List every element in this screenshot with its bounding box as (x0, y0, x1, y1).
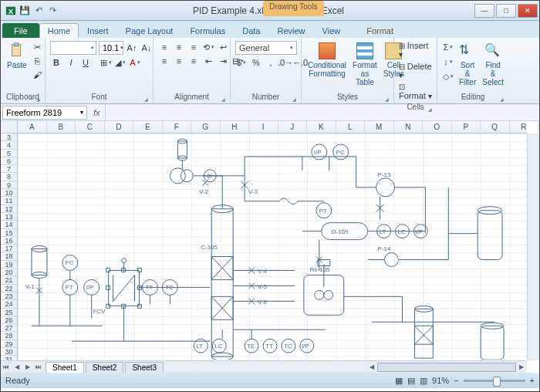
format-as-table-button[interactable]: Format as Table (351, 41, 379, 88)
sheet-tab-3[interactable]: Sheet3 (125, 362, 164, 373)
excel-icon: X (5, 5, 16, 16)
sort-filter-button[interactable]: ⇅Sort & Filter (457, 41, 478, 88)
svg-point-35 (122, 259, 127, 263)
view-page-break-icon[interactable]: ▥ (420, 376, 427, 386)
percent-icon[interactable]: % (250, 56, 262, 69)
align-right-icon[interactable]: ≡ (187, 55, 200, 67)
svg-text:I/P: I/P (415, 228, 423, 235)
svg-text:LT: LT (196, 343, 203, 350)
svg-text:LC: LC (214, 343, 222, 350)
formula-bar: Freeform 2819▾ fx (1, 104, 539, 121)
tab-nav-first[interactable]: ⏮ (1, 362, 12, 373)
underline-button[interactable]: U (79, 56, 92, 69)
tab-data[interactable]: Data (234, 23, 268, 38)
column-headers[interactable]: ABCDEFGHIJKLMNOPQR (18, 121, 527, 133)
fill-color-icon[interactable]: ◢ (114, 56, 127, 69)
paste-button[interactable]: Paste (5, 41, 29, 71)
group-label-font: Font (50, 92, 148, 102)
redo-icon[interactable]: ↷ (47, 5, 58, 16)
tab-format[interactable]: Format (358, 23, 402, 38)
increase-decimal-icon[interactable]: .0→ (279, 56, 292, 69)
tab-nav-next[interactable]: ▶ (22, 362, 33, 373)
name-box[interactable]: Freeform 2819▾ (2, 106, 87, 120)
zoom-out-button[interactable]: − (454, 376, 458, 385)
format-painter-icon[interactable]: 🖌 (32, 69, 44, 81)
hscroll-left[interactable]: ◀ (366, 362, 377, 373)
view-page-layout-icon[interactable]: ▤ (407, 376, 415, 386)
tab-formulas[interactable]: Formulas (181, 23, 234, 38)
fx-button[interactable]: fx (89, 104, 106, 120)
group-label-cells: Cells (399, 102, 432, 112)
svg-rect-118 (478, 211, 502, 260)
shrink-font-icon[interactable]: A↓ (140, 42, 153, 54)
zoom-level[interactable]: 91% (432, 376, 449, 385)
decrease-indent-icon[interactable]: ⇤ (202, 55, 214, 67)
bold-button[interactable]: B (50, 56, 62, 69)
row-headers[interactable]: 3456789101112131415161718192021222324252… (1, 133, 18, 360)
grow-font-icon[interactable]: A↑ (126, 42, 138, 54)
conditional-formatting-button[interactable]: Conditional Formatting (306, 41, 348, 79)
italic-button[interactable]: I (65, 56, 77, 69)
orientation-icon[interactable]: ⟲ (202, 41, 214, 53)
maximize-button[interactable]: □ (496, 4, 516, 18)
zoom-controls: ▦ ▤ ▥ 91% − + (395, 376, 535, 386)
align-top-icon[interactable]: ≡ (158, 41, 170, 53)
hscroll-right[interactable]: ▶ (516, 362, 527, 373)
svg-text:PT: PT (319, 208, 327, 215)
fill-icon[interactable]: ↓ (442, 56, 454, 68)
contextual-tab-label: Drawing Tools (263, 1, 324, 16)
pid-diagram[interactable]: V-1 FC FT I/P TT TC FCV O V-2 V-3 (18, 133, 527, 360)
save-icon[interactable]: 💾 (19, 5, 30, 16)
group-number: General $ % , .0→ ←.0 Number (231, 38, 302, 103)
tab-insert[interactable]: Insert (79, 23, 117, 38)
tab-nav-last[interactable]: ⏭ (33, 362, 44, 373)
sheet-tab-1[interactable]: Sheet1 (46, 362, 84, 373)
svg-text:FC: FC (66, 259, 74, 266)
align-bottom-icon[interactable]: ≡ (187, 41, 200, 53)
svg-point-108 (324, 290, 333, 299)
font-family-combo[interactable] (50, 41, 96, 55)
view-normal-icon[interactable]: ▦ (395, 376, 403, 386)
font-size-combo[interactable]: 10.1 (99, 41, 123, 55)
align-middle-icon[interactable]: ≡ (173, 41, 185, 53)
svg-point-107 (315, 290, 324, 299)
tab-file[interactable]: File (2, 23, 39, 38)
increase-indent-icon[interactable]: ⇥ (217, 55, 229, 67)
close-button[interactable]: ✕ (518, 4, 538, 18)
svg-rect-4 (32, 249, 47, 275)
tab-home[interactable]: Home (39, 23, 79, 38)
select-all-corner[interactable] (1, 121, 18, 133)
sheet-tab-2[interactable]: Sheet2 (86, 362, 124, 373)
find-select-button[interactable]: 🔍Find & Select (481, 41, 505, 88)
cut-icon[interactable]: ✂ (32, 41, 44, 53)
minimize-button[interactable]: — (474, 4, 494, 18)
wrap-text-icon[interactable]: ↩ (217, 41, 229, 53)
title-bar: X 💾 ↶ ↷ Drawing Tools PID Example 4.xlsx… (1, 1, 539, 21)
tab-nav-prev[interactable]: ◀ (12, 362, 22, 373)
clear-icon[interactable]: ◇ (442, 70, 454, 83)
number-format-combo[interactable]: General (235, 41, 297, 55)
align-left-icon[interactable]: ≡ (158, 55, 170, 67)
tab-view[interactable]: View (314, 23, 349, 38)
svg-point-45 (181, 170, 193, 182)
zoom-slider[interactable] (464, 380, 525, 382)
vertical-scrollbar[interactable] (527, 133, 539, 360)
svg-text:P-14: P-14 (378, 245, 391, 252)
svg-text:V-3: V-3 (248, 188, 258, 195)
svg-text:V-5: V-5 (258, 283, 268, 290)
comma-icon[interactable]: , (265, 56, 277, 69)
svg-rect-122 (481, 326, 504, 360)
zoom-in-button[interactable]: + (530, 376, 535, 385)
cell-grid[interactable]: V-1 FC FT I/P TT TC FCV O V-2 V-3 (18, 133, 527, 360)
svg-point-44 (170, 168, 185, 184)
border-icon[interactable]: ⊞ (100, 56, 112, 69)
tab-page-layout[interactable]: Page Layout (117, 23, 182, 38)
copy-icon[interactable]: ⎘ (32, 55, 44, 67)
undo-icon[interactable]: ↶ (33, 5, 44, 16)
align-center-icon[interactable]: ≡ (173, 55, 185, 67)
tab-review[interactable]: Review (268, 23, 313, 38)
currency-icon[interactable]: $ (235, 56, 248, 69)
autosum-icon[interactable]: Σ (442, 41, 454, 53)
font-color-icon[interactable]: A (129, 56, 141, 69)
worksheet[interactable]: ABCDEFGHIJKLMNOPQR 345678910111213141516… (1, 121, 539, 373)
